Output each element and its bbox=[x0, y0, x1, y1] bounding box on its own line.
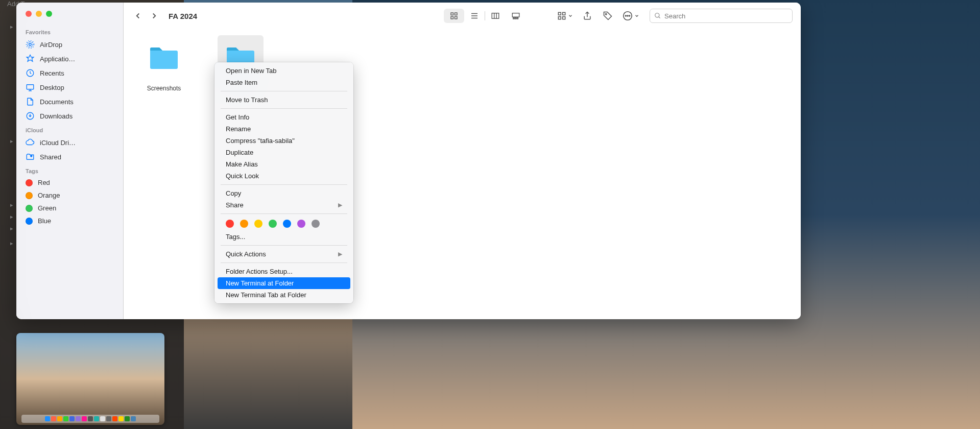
view-mode-group bbox=[444, 9, 526, 23]
search-icon bbox=[654, 12, 661, 19]
ctx-tag-green[interactable] bbox=[269, 220, 277, 228]
chevron-down-icon bbox=[568, 13, 573, 18]
svg-point-22 bbox=[625, 15, 626, 16]
column-view-button[interactable] bbox=[485, 9, 506, 23]
maximize-button[interactable] bbox=[46, 11, 52, 17]
gallery-view-button[interactable] bbox=[506, 9, 526, 23]
ctx-open-in-new-tab[interactable]: Open in New Tab bbox=[214, 65, 353, 77]
tag-dot-blue bbox=[26, 218, 33, 225]
sidebar-section-icloud: iCloud bbox=[16, 125, 123, 135]
share-button[interactable] bbox=[579, 9, 595, 23]
svg-point-25 bbox=[655, 13, 659, 17]
ctx-separator bbox=[221, 263, 347, 263]
search-input[interactable] bbox=[664, 12, 788, 20]
sidebar-item-recents[interactable]: Recents bbox=[16, 66, 123, 80]
minimize-button[interactable] bbox=[36, 11, 42, 17]
ctx-rename[interactable]: Rename bbox=[214, 123, 353, 135]
close-button[interactable] bbox=[26, 11, 32, 17]
sidebar-item-label: Blue bbox=[38, 217, 51, 225]
sidebar-section-favorites: Favorites bbox=[16, 27, 123, 37]
downloads-icon bbox=[26, 111, 35, 121]
svg-rect-17 bbox=[563, 12, 565, 15]
ctx-tag-orange[interactable] bbox=[240, 220, 248, 228]
desktop-icon bbox=[26, 83, 35, 92]
icon-view-button[interactable] bbox=[444, 9, 464, 23]
sidebar-tag-orange[interactable]: Orange bbox=[16, 189, 123, 202]
svg-rect-13 bbox=[513, 18, 514, 19]
bg-disclosure-4: ▸ bbox=[10, 213, 13, 220]
forward-button[interactable] bbox=[148, 10, 160, 22]
svg-rect-18 bbox=[558, 17, 561, 19]
ctx-folder-actions-setup[interactable]: Folder Actions Setup... bbox=[214, 266, 353, 277]
ctx-new-terminal-at-folder[interactable]: New Terminal at Folder bbox=[218, 277, 350, 289]
ctx-tags[interactable]: Tags... bbox=[214, 231, 353, 243]
finder-window: Favorites AirDrop Applicatio… Recents De… bbox=[16, 3, 801, 319]
ctx-duplicate[interactable]: Duplicate bbox=[214, 147, 353, 158]
sidebar-item-applications[interactable]: Applicatio… bbox=[16, 52, 123, 66]
svg-rect-8 bbox=[455, 13, 458, 15]
svg-rect-4 bbox=[27, 85, 34, 89]
grid-icon bbox=[557, 11, 567, 21]
ctx-tag-blue[interactable] bbox=[283, 220, 291, 228]
svg-rect-10 bbox=[455, 17, 458, 19]
ctx-quick-look[interactable]: Quick Look bbox=[214, 170, 353, 182]
svg-rect-12 bbox=[512, 13, 519, 17]
ctx-paste-item[interactable]: Paste Item bbox=[214, 77, 353, 88]
sidebar-item-desktop[interactable]: Desktop bbox=[16, 80, 123, 94]
ctx-share-label: Share bbox=[226, 201, 244, 209]
chevron-right-icon: ▶ bbox=[338, 251, 342, 257]
ctx-share[interactable]: Share ▶ bbox=[214, 199, 353, 211]
sidebar-item-label: Recents bbox=[40, 69, 64, 77]
svg-rect-16 bbox=[558, 12, 561, 15]
cloud-icon bbox=[26, 138, 35, 147]
bg-disclosure-2: ▸ bbox=[10, 138, 13, 145]
sidebar-item-label: AirDrop bbox=[40, 41, 62, 49]
sidebar-item-label: Documents bbox=[40, 98, 74, 106]
ctx-new-terminal-tab-at-folder[interactable]: New Terminal Tab at Folder bbox=[214, 289, 353, 301]
ctx-separator bbox=[221, 245, 347, 246]
desktop-preview-thumbnail bbox=[16, 333, 164, 425]
search-box[interactable] bbox=[650, 9, 793, 23]
svg-point-0 bbox=[29, 43, 32, 46]
recents-icon bbox=[26, 68, 35, 78]
sidebar-item-icloud-drive[interactable]: iCloud Dri… bbox=[16, 135, 123, 150]
sidebar-tag-blue[interactable]: Blue bbox=[16, 214, 123, 227]
chevron-down-icon bbox=[634, 13, 639, 18]
ctx-copy[interactable]: Copy bbox=[214, 187, 353, 199]
shared-folder-icon bbox=[26, 152, 35, 161]
ctx-get-info[interactable]: Get Info bbox=[214, 111, 353, 123]
ctx-tag-purple[interactable] bbox=[297, 220, 305, 228]
sidebar-item-documents[interactable]: Documents bbox=[16, 94, 123, 109]
ctx-move-to-trash[interactable]: Move to Trash bbox=[214, 94, 353, 106]
ctx-tag-gray[interactable] bbox=[312, 220, 320, 228]
list-view-button[interactable] bbox=[464, 9, 485, 23]
toolbar: FA 2024 bbox=[124, 3, 801, 29]
sidebar-section-tags: Tags bbox=[16, 166, 123, 176]
ctx-tag-red[interactable] bbox=[226, 220, 234, 228]
svg-rect-9 bbox=[451, 17, 453, 19]
ctx-make-alias[interactable]: Make Alias bbox=[214, 158, 353, 170]
tag-icon bbox=[603, 11, 613, 21]
ctx-compress[interactable]: Compress "tafia-sabila" bbox=[214, 135, 353, 147]
sidebar-item-label: Orange bbox=[38, 192, 60, 199]
folder-screenshots[interactable]: Screenshots bbox=[136, 35, 192, 92]
group-by-dropdown[interactable] bbox=[555, 11, 575, 21]
ctx-separator bbox=[221, 184, 347, 185]
sidebar-item-shared[interactable]: Shared bbox=[16, 150, 123, 164]
ctx-quick-actions[interactable]: Quick Actions ▶ bbox=[214, 248, 353, 260]
svg-rect-7 bbox=[451, 13, 453, 15]
action-dropdown[interactable] bbox=[620, 10, 641, 21]
ctx-quick-actions-label: Quick Actions bbox=[226, 250, 266, 258]
sidebar-tag-green[interactable]: Green bbox=[16, 202, 123, 214]
sidebar-item-airdrop[interactable]: AirDrop bbox=[16, 37, 123, 52]
sidebar-item-downloads[interactable]: Downloads bbox=[16, 109, 123, 123]
svg-point-23 bbox=[627, 15, 628, 16]
tags-button[interactable] bbox=[600, 9, 616, 23]
back-button[interactable] bbox=[132, 10, 144, 22]
sidebar-tag-red[interactable]: Red bbox=[16, 176, 123, 189]
documents-icon bbox=[26, 97, 35, 106]
apps-icon bbox=[26, 54, 35, 63]
ctx-separator bbox=[221, 213, 347, 214]
sidebar-item-label: Green bbox=[38, 204, 56, 212]
ctx-tag-yellow[interactable] bbox=[254, 220, 262, 228]
